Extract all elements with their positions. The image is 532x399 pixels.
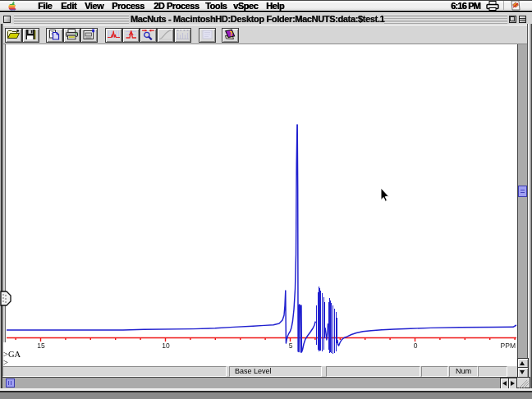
svg-text:PPM: PPM bbox=[501, 342, 516, 350]
svg-text:0: 0 bbox=[414, 342, 418, 350]
svg-text:15: 15 bbox=[37, 342, 45, 350]
svg-text:10: 10 bbox=[162, 342, 170, 350]
svg-text:5: 5 bbox=[289, 342, 293, 350]
